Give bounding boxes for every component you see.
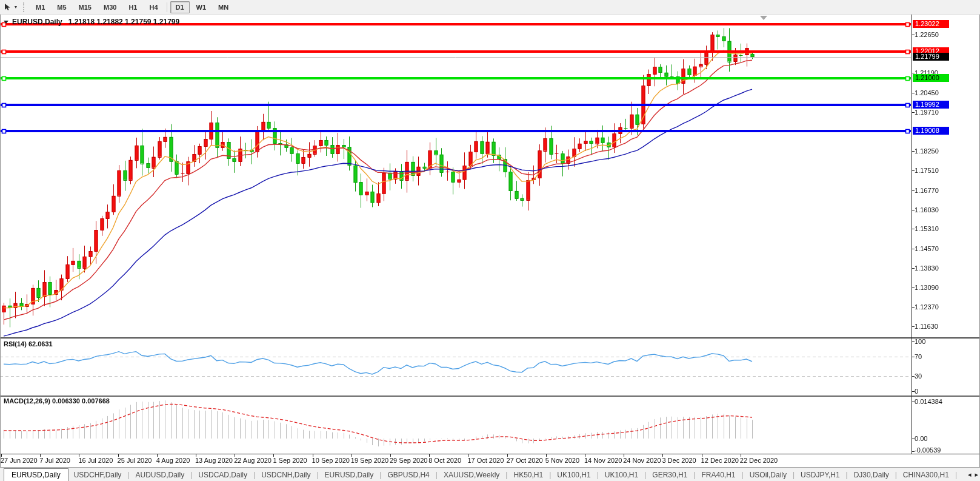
tab-usoil-daily[interactable]: USOil,Daily <box>744 469 792 481</box>
hline-price-label-123022: 1.23022 <box>913 20 949 28</box>
timeframe-button-d1[interactable]: D1 <box>170 1 190 13</box>
rsi-indicator-label: RSI(14) 62.0631 <box>4 340 53 348</box>
chart-ohlc-values: 1.21818 1.21882 1.21759 1.21799 <box>68 18 180 26</box>
macd-tick-label: 0.014384 <box>915 398 942 405</box>
chart-shift-triangle-icon[interactable] <box>760 16 767 20</box>
toolbar: ▼ M1M5M15M30H1H4D1W1MN <box>0 0 980 15</box>
tab-china300-h1[interactable]: CHINA300,H1 <box>898 469 955 481</box>
price-tick-label: 1.11630 <box>915 323 938 330</box>
date-label: 27 Jun 2020 <box>1 457 38 464</box>
tab-ger30-h1[interactable]: GER30,H1 <box>647 469 693 481</box>
tab-uk100-h1[interactable]: UK100,H1 <box>552 469 596 481</box>
rsi-tick-label: 0 <box>915 388 918 395</box>
date-label: 12 Dec 2020 <box>701 457 739 464</box>
tab-scroll-right-icon[interactable]: ▸ <box>975 471 978 479</box>
timeframe-button-h4[interactable]: H4 <box>144 1 163 13</box>
rsi-tick-label: 70 <box>915 353 922 360</box>
price-chart-canvas[interactable] <box>0 0 980 481</box>
tab-gbpusd-h4[interactable]: GBPUSD,H4 <box>382 469 435 481</box>
price-tick-label: 1.18250 <box>915 147 939 155</box>
price-tick-label: 1.12370 <box>915 303 939 311</box>
timeframe-button-m15[interactable]: M15 <box>73 1 97 13</box>
tab-scroll-buttons: ◂ ▸ <box>968 468 978 481</box>
timeframe-buttons: M1M5M15M30H1H4D1W1MN <box>30 1 235 13</box>
date-label: 7 Jul 2020 <box>39 457 70 464</box>
rsi-tick-label: 30 <box>915 372 922 380</box>
price-tick-label: 1.14570 <box>915 245 939 252</box>
tab-scroll-left-icon[interactable]: ◂ <box>968 471 972 479</box>
tab-u[interactable]: U <box>958 469 959 481</box>
tab-audusd-daily[interactable]: AUDUSD,Daily <box>130 469 190 481</box>
tab-fra40-h1[interactable]: FRA40,H1 <box>696 469 741 481</box>
chart-symbol-label: EURUSD,Daily <box>12 18 62 26</box>
timeframe-button-m30[interactable]: M30 <box>98 1 122 13</box>
timeframe-button-mn[interactable]: MN <box>213 1 234 13</box>
date-label: 14 Nov 2020 <box>584 457 622 464</box>
chart-menu-caret-icon[interactable] <box>4 21 8 24</box>
price-tick-label: 1.19710 <box>915 109 939 116</box>
timeframe-button-w1[interactable]: W1 <box>191 1 212 13</box>
hline-price-label-121000: 1.21000 <box>913 74 949 82</box>
date-label: 25 Jul 2020 <box>118 457 152 464</box>
hline-price-label-119008: 1.19008 <box>913 127 949 135</box>
date-label: 24 Nov 2020 <box>623 457 661 464</box>
date-label: 13 Aug 2020 <box>195 457 233 464</box>
cursor-tool-icon[interactable] <box>2 2 12 13</box>
tab-xauusd-weekly[interactable]: XAUUSD,Weekly <box>438 469 505 481</box>
toolbar-separator <box>167 2 167 12</box>
chart-title: EURUSD,Daily 1.21818 1.21882 1.21759 1.2… <box>4 18 179 26</box>
date-label: 4 Aug 2020 <box>156 457 190 464</box>
date-label: 19 Sep 2020 <box>351 457 388 464</box>
tab-hk50-h1[interactable]: HK50,H1 <box>508 469 548 481</box>
date-label: 8 Oct 2020 <box>428 457 461 464</box>
tab-dj30-daily[interactable]: DJ30,Daily <box>848 469 895 481</box>
chart-tabbar: EURUSD,DailyUSDCHF,Daily|AUDUSD,Daily|US… <box>0 467 980 481</box>
date-label: 16 Jul 2020 <box>78 457 113 464</box>
tab-uk100-h1[interactable]: UK100,H1 <box>599 469 644 481</box>
date-label: 17 Oct 2020 <box>467 457 504 464</box>
date-label: 27 Oct 2020 <box>507 457 543 464</box>
date-label: 29 Sep 2020 <box>390 457 427 464</box>
chart-tabs: EURUSD,DailyUSDCHF,Daily|AUDUSD,Daily|US… <box>0 468 959 481</box>
date-label: 10 Sep 2020 <box>312 457 350 464</box>
date-label: 5 Nov 2020 <box>545 457 579 464</box>
toolbar-grip <box>23 2 26 12</box>
tab-usdjpy-h1[interactable]: USDJPY,H1 <box>795 469 845 481</box>
date-label: 22 Aug 2020 <box>234 457 272 464</box>
date-label: 22 Dec 2020 <box>740 457 778 464</box>
tab-usdcad-daily[interactable]: USDCAD,Daily <box>193 469 253 481</box>
price-tick-label: 1.20450 <box>915 89 939 96</box>
timeframe-button-m5[interactable]: M5 <box>52 1 72 13</box>
timeframe-button-m1[interactable]: M1 <box>30 1 50 13</box>
price-tick-label: 1.13830 <box>915 264 939 272</box>
date-label: 3 Dec 2020 <box>662 457 696 464</box>
tab-usdcnh-daily[interactable]: USDCNH,Daily <box>256 469 316 481</box>
macd-indicator-label: MACD(12,26,9) 0.006330 0.007668 <box>4 397 110 405</box>
price-tick-label: 1.22650 <box>915 31 939 38</box>
price-tick-label: 1.17510 <box>915 167 939 174</box>
macd-tick-label: -0.00539 <box>915 446 941 454</box>
tab-eurusd-daily[interactable]: EURUSD,Daily <box>319 469 379 481</box>
hline-price-label-119992: 1.19992 <box>913 101 949 109</box>
tab-eurusd-daily[interactable]: EURUSD,Daily <box>4 468 68 481</box>
price-tick-label: 1.15310 <box>915 225 939 232</box>
price-tick-label: 1.13090 <box>915 284 939 291</box>
timeframe-button-h1[interactable]: H1 <box>123 1 142 13</box>
rsi-tick-label: 100 <box>915 338 925 345</box>
cursor-dropdown-caret-icon[interactable]: ▼ <box>12 2 19 13</box>
price-tick-label: 1.16770 <box>915 187 939 194</box>
date-label: 1 Sep 2020 <box>273 457 307 464</box>
tab-usdchf-daily[interactable]: USDCHF,Daily <box>68 469 127 481</box>
price-tick-label: 1.16030 <box>915 206 939 214</box>
current-price-label: 1.21799 <box>913 53 949 61</box>
macd-tick-label: 0.00 <box>915 435 927 442</box>
